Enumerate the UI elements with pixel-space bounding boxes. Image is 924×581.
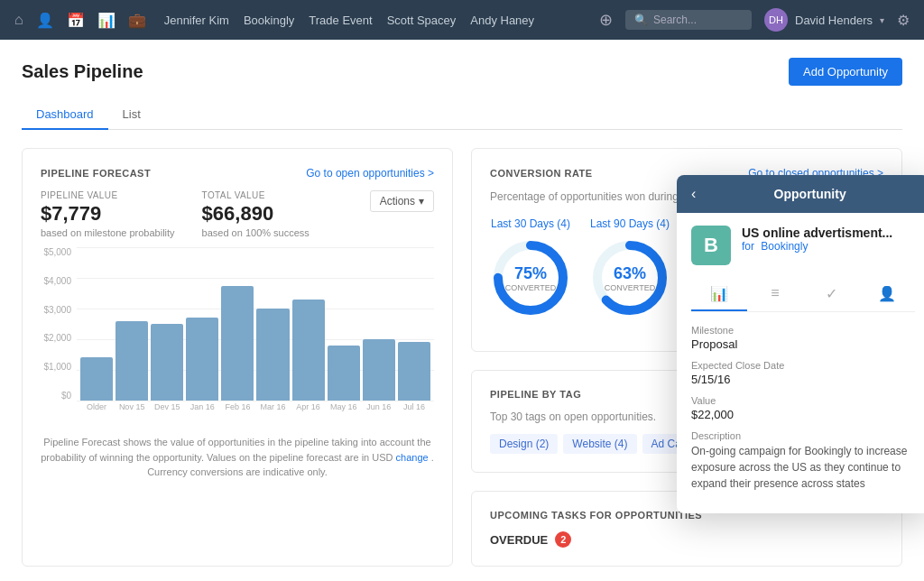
briefcase-icon[interactable]: 💼: [128, 12, 146, 29]
last90-donut: 63% CONVERTED: [589, 237, 670, 318]
nav-icons: ⌂ 👤 📅 📊 💼: [14, 12, 146, 29]
bar-0: [80, 357, 113, 401]
pipeline-forecast-header: PIPELINE FORECAST Go to open opportuniti…: [41, 167, 434, 180]
page-header: Sales Pipeline Add Opportunity: [22, 58, 902, 86]
change-currency-link[interactable]: change: [396, 452, 429, 463]
overdue-label: OVERDUE: [490, 533, 548, 547]
close-date-field: Expected Close Date 5/15/16: [691, 360, 915, 386]
chevron-down-icon: ▾: [880, 15, 884, 25]
opportunity-for: for Bookingly: [742, 240, 892, 253]
last30-donut: 75% CONVERTED: [490, 237, 571, 318]
y-axis-labels: $5,000 $4,000 $3,000 $2,000 $1,000 $0: [41, 247, 75, 401]
description-label: Description: [691, 430, 915, 441]
conversion-rate-title: CONVERSION RATE: [490, 168, 593, 179]
total-value-amount: $66,890: [202, 202, 310, 226]
bar-1: [116, 321, 148, 401]
actions-button[interactable]: Actions ▾: [370, 190, 434, 212]
search-placeholder: Search...: [653, 14, 697, 26]
bar-2: [151, 324, 183, 401]
home-icon[interactable]: ⌂: [14, 12, 23, 28]
milestone-value: Proposal: [691, 337, 915, 351]
last30-converted: CONVERTED: [505, 283, 556, 292]
x-label-9: Jul 16: [398, 402, 430, 411]
x-label-0: Older: [80, 402, 113, 411]
bar-8: [363, 339, 395, 401]
last30-pct: 75%: [505, 264, 556, 283]
opportunity-body: B US online advertisment... for Bookingl…: [677, 213, 924, 513]
last90-converted: CONVERTED: [605, 283, 655, 292]
tag-chip-0[interactable]: Design (2): [490, 434, 558, 454]
description-value: On-going campaign for Bookingly to incre…: [691, 443, 915, 492]
nav-link-scott[interactable]: Scott Spacey: [387, 14, 457, 27]
last90-label: Last 90 Days (4): [590, 217, 670, 230]
nav-link-bookingly[interactable]: Bookingly: [244, 14, 294, 27]
value-label: Value: [691, 395, 915, 406]
bar-4: [221, 286, 254, 401]
description-field: Description On-going campaign for Bookin…: [691, 430, 915, 492]
chart-icon[interactable]: 📊: [97, 12, 116, 29]
opportunity-company-info: US online advertisment... for Bookingly: [742, 226, 892, 253]
milestone-field: Milestone Proposal: [691, 325, 915, 351]
chevron-down-icon: ▾: [419, 195, 424, 208]
gear-icon[interactable]: ⚙: [897, 12, 910, 29]
back-icon[interactable]: ‹: [691, 186, 696, 202]
total-value-sub: based on 100% success: [202, 227, 310, 238]
main-content: Sales Pipeline Add Opportunity Dashboard…: [0, 40, 924, 581]
opportunity-header-title: Opportunity: [705, 187, 915, 201]
pipeline-forecast-card: PIPELINE FORECAST Go to open opportuniti…: [22, 148, 453, 567]
x-label-5: Mar 16: [256, 402, 289, 411]
dashboard-grid: PIPELINE FORECAST Go to open opportuniti…: [22, 148, 902, 567]
x-label-3: Jan 16: [186, 402, 218, 411]
y-label-5000: $5,000: [41, 247, 75, 257]
opp-tab-list[interactable]: ≡: [747, 278, 803, 311]
add-opportunity-button[interactable]: Add Opportunity: [789, 58, 902, 86]
pipeline-forecast-link[interactable]: Go to open opportunities >: [306, 167, 434, 180]
overdue-row: OVERDUE 2: [490, 531, 883, 548]
opp-tab-person[interactable]: 👤: [859, 278, 915, 311]
bar-chart: $5,000 $4,000 $3,000 $2,000 $1,000 $0 Ol: [41, 247, 434, 428]
x-label-2: Dev 15: [151, 402, 183, 411]
last90-circle: Last 90 Days (4) 63% CONVERTED: [589, 217, 670, 318]
y-label-2000: $2,000: [41, 333, 75, 343]
tag-chip-1[interactable]: Website (4): [563, 434, 636, 454]
x-label-7: May 16: [328, 402, 360, 411]
milestone-label: Milestone: [691, 325, 915, 336]
search-box[interactable]: 🔍 Search...: [625, 10, 752, 30]
bar-6: [292, 300, 325, 401]
x-axis-labels: OlderNov 15Dev 15Jan 16Feb 16Mar 16Apr 1…: [77, 402, 434, 428]
tab-dashboard[interactable]: Dashboard: [22, 100, 108, 130]
x-label-6: Apr 16: [292, 402, 325, 411]
nav-link-andy[interactable]: Andy Haney: [470, 14, 534, 27]
overdue-badge: 2: [555, 531, 571, 548]
page-title: Sales Pipeline: [22, 61, 143, 82]
pipeline-value-sub: based on milestone probability: [41, 227, 175, 238]
bar-9: [398, 342, 430, 401]
people-icon[interactable]: 👤: [36, 12, 54, 29]
search-icon: 🔍: [634, 14, 648, 26]
opportunity-company-row: B US online advertisment... for Bookingl…: [691, 226, 915, 265]
avatar: DH: [764, 8, 788, 32]
x-label-1: Nov 15: [116, 402, 148, 411]
top-navigation: ⌂ 👤 📅 📊 💼 Jennifer Kim Bookingly Trade E…: [0, 0, 924, 40]
opportunity-header: ‹ Opportunity: [677, 175, 924, 213]
user-menu[interactable]: DH David Henders ▾: [764, 8, 884, 32]
upcoming-tasks-title: UPCOMING TASKS FOR OPPORTUNITIES: [490, 510, 702, 521]
opp-tab-check[interactable]: ✓: [803, 278, 859, 311]
plus-icon[interactable]: ⊕: [599, 10, 613, 30]
chart-footnote: Pipeline Forecast shows the value of opp…: [41, 435, 434, 480]
company-link[interactable]: Bookingly: [761, 240, 808, 253]
calendar-icon[interactable]: 📅: [67, 12, 85, 29]
value-value: $22,000: [691, 408, 915, 421]
tab-list[interactable]: List: [108, 100, 155, 130]
x-label-4: Feb 16: [221, 402, 254, 411]
opp-tab-chart[interactable]: 📊: [691, 278, 747, 311]
bars-container: [77, 247, 434, 401]
opportunity-avatar: B: [691, 226, 731, 265]
y-label-4000: $4,000: [41, 276, 75, 286]
nav-link-trade[interactable]: Trade Event: [309, 14, 372, 27]
value-field: Value $22,000: [691, 395, 915, 421]
nav-link-jennifer[interactable]: Jennifer Kim: [164, 14, 229, 27]
close-date-value: 5/15/16: [691, 373, 915, 386]
main-tabs: Dashboard List: [22, 100, 902, 130]
bar-3: [186, 318, 218, 401]
